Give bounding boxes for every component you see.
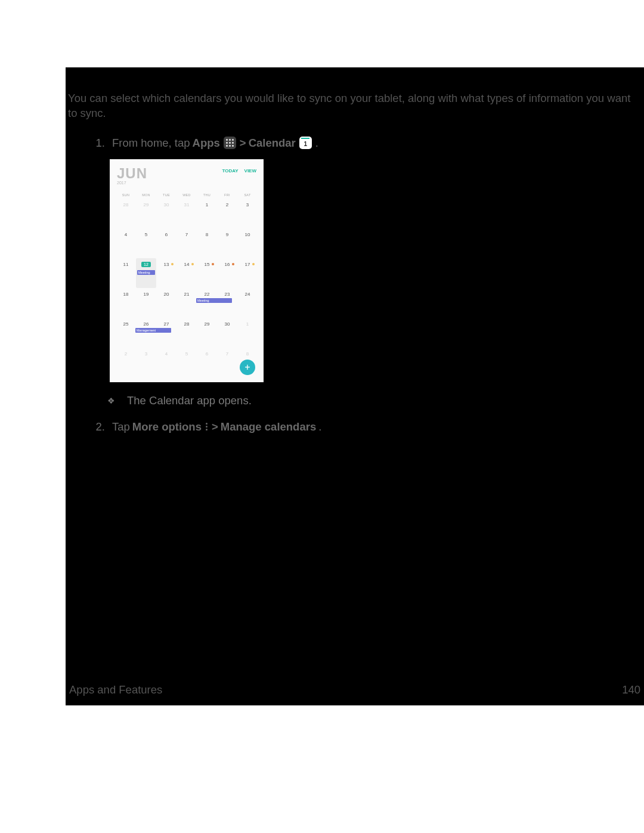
calendar-grid: 28293031123456789101112Meeting1314151617… xyxy=(110,199,264,377)
intro-text: You can select which calendars you would… xyxy=(66,67,644,121)
more-options-icon xyxy=(206,423,208,431)
step-2-end: . xyxy=(318,420,321,433)
gt-1: > xyxy=(240,137,246,150)
calendar-day[interactable]: 3 xyxy=(237,199,258,228)
step-2-text-a: Tap xyxy=(112,420,130,433)
calendar-event[interactable]: Meeting xyxy=(137,270,155,275)
calendar-day[interactable]: 3 xyxy=(136,348,156,377)
calendar-day[interactable]: 26Management xyxy=(136,318,156,348)
apps-label: Apps xyxy=(193,137,220,150)
footer-page: 140 xyxy=(622,683,640,696)
calendar-day[interactable]: 5 xyxy=(136,228,156,258)
today-button[interactable]: TODAY xyxy=(222,168,238,174)
calendar-day[interactable]: 15 xyxy=(197,258,217,288)
calendar-day[interactable]: 6 xyxy=(197,348,217,377)
calendar-day[interactable]: 21 xyxy=(177,288,197,318)
weekday: TUE xyxy=(156,193,177,197)
diamond-icon: ❖ xyxy=(107,396,115,405)
calendar-day[interactable]: 7 xyxy=(177,228,197,258)
calendar-day[interactable]: 18 xyxy=(116,288,136,318)
calendar-day[interactable]: 29 xyxy=(136,199,156,228)
calendar-day[interactable]: 19 xyxy=(136,288,156,318)
more-options-label: More options xyxy=(132,420,202,433)
calendar-day[interactable]: 12Meeting xyxy=(136,258,156,288)
calendar-day[interactable]: 1 xyxy=(197,199,217,228)
calendar-day[interactable]: 4 xyxy=(156,348,177,377)
manage-calendars-label: Manage calendars xyxy=(221,420,316,433)
calendar-label: Calendar xyxy=(249,137,296,150)
step-1-result-text: The Calendar app opens. xyxy=(127,394,252,407)
calendar-day[interactable]: 7 xyxy=(217,348,237,377)
step-1-number: 1. xyxy=(92,137,105,150)
weekday: WED xyxy=(177,193,197,197)
calendar-day[interactable]: 30 xyxy=(217,318,237,348)
calendar-day[interactable]: 8 xyxy=(197,228,217,258)
step-1: 1. From home, tap Apps > Calendar 1 . xyxy=(66,137,644,150)
calendar-icon: 1 xyxy=(299,137,312,149)
calendar-day[interactable]: 25 xyxy=(116,318,136,348)
calendar-day[interactable]: 5 xyxy=(177,348,197,377)
step-2: 2. Tap More options > Manage calendars . xyxy=(66,420,644,433)
weekday: THU xyxy=(197,193,217,197)
footer-section: Apps and Features xyxy=(69,683,162,696)
calendar-day[interactable]: 17 xyxy=(237,258,258,288)
calendar-day[interactable]: 14 xyxy=(177,258,197,288)
calendar-day[interactable]: 28 xyxy=(177,318,197,348)
calendar-day[interactable]: 4 xyxy=(116,228,136,258)
calendar-day[interactable]: 27 xyxy=(156,318,177,348)
calendar-day[interactable]: 22Meeting xyxy=(197,288,217,318)
calendar-screenshot: JUN 2017 TODAY VIEW SUNMONTUEWEDTHUFRISA… xyxy=(110,159,264,382)
add-event-fab[interactable]: + xyxy=(240,360,255,375)
calendar-day[interactable]: 20 xyxy=(156,288,177,318)
calendar-month: JUN xyxy=(117,165,147,182)
calendar-day[interactable]: 6 xyxy=(156,228,177,258)
calendar-day[interactable]: 11 xyxy=(116,258,136,288)
step-2-number: 2. xyxy=(92,420,105,433)
weekday: SAT xyxy=(237,193,258,197)
calendar-day[interactable]: 9 xyxy=(217,228,237,258)
calendar-day[interactable]: 23 xyxy=(217,288,237,318)
calendar-day[interactable]: 10 xyxy=(237,228,258,258)
calendar-day[interactable]: 30 xyxy=(156,199,177,228)
view-button[interactable]: VIEW xyxy=(244,168,256,174)
step-1-result: ❖ The Calendar app opens. xyxy=(66,394,644,407)
calendar-day[interactable]: 1 xyxy=(237,318,258,348)
calendar-day[interactable]: 13 xyxy=(156,258,177,288)
weekday: SUN xyxy=(116,193,136,197)
weekday-header: SUNMONTUEWEDTHUFRISAT xyxy=(110,185,264,199)
apps-icon xyxy=(224,137,236,149)
weekday: MON xyxy=(136,193,156,197)
calendar-day[interactable]: 16 xyxy=(217,258,237,288)
calendar-day[interactable]: 2 xyxy=(116,348,136,377)
calendar-day[interactable]: 28 xyxy=(116,199,136,228)
step-1-end: . xyxy=(315,137,318,150)
step-1-text-a: From home, tap xyxy=(112,137,190,150)
weekday: FRI xyxy=(217,193,237,197)
calendar-day[interactable]: 2 xyxy=(217,199,237,228)
calendar-day[interactable]: 29 xyxy=(197,318,217,348)
calendar-day[interactable]: 24 xyxy=(237,288,258,318)
calendar-day[interactable]: 31 xyxy=(177,199,197,228)
gt-2: > xyxy=(212,420,218,433)
